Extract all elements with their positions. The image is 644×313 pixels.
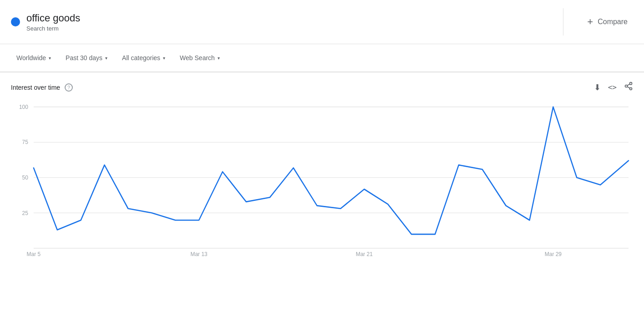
svg-line-3	[627, 87, 630, 88]
svg-text:Mar 13: Mar 13	[190, 251, 207, 257]
category-label: All categories	[122, 54, 160, 62]
svg-text:75: 75	[22, 139, 28, 145]
search-term-text: office goods Search term	[26, 12, 80, 32]
svg-text:Mar 21: Mar 21	[356, 251, 373, 257]
category-chevron-icon: ▾	[163, 56, 165, 61]
compare-label: Compare	[598, 18, 628, 26]
search-type-chevron-icon: ▾	[218, 56, 220, 61]
chart-title: Interest over time	[11, 84, 60, 91]
search-type-dropdown[interactable]: Web Search ▾	[174, 51, 225, 65]
svg-text:25: 25	[22, 210, 28, 216]
period-dropdown[interactable]: Past 30 days ▾	[60, 51, 113, 65]
chart-container: 100 75 50 25 Mar 5 Mar 13 Mar 21 Mar 29	[11, 102, 633, 257]
period-label: Past 30 days	[66, 54, 102, 62]
region-chevron-icon: ▾	[49, 56, 51, 61]
chart-header: Interest over time ? ⬇ <>	[11, 82, 633, 93]
svg-point-0	[630, 82, 632, 85]
chart-title-area: Interest over time ?	[11, 83, 73, 92]
category-dropdown[interactable]: All categories ▾	[117, 51, 171, 65]
search-term-indicator	[11, 17, 20, 26]
header: office goods Search term + Compare	[0, 0, 644, 44]
term-name: office goods	[26, 12, 80, 24]
help-symbol: ?	[67, 85, 70, 90]
term-label: Search term	[26, 25, 80, 32]
svg-line-4	[627, 84, 630, 85]
svg-text:100: 100	[19, 104, 28, 110]
compare-button[interactable]: + Compare	[582, 12, 633, 31]
svg-point-1	[625, 85, 628, 87]
embed-icon[interactable]: <>	[608, 83, 617, 92]
interest-chart: 100 75 50 25 Mar 5 Mar 13 Mar 21 Mar 29	[11, 102, 633, 257]
header-divider	[563, 8, 563, 36]
svg-text:Mar 5: Mar 5	[27, 251, 41, 257]
plus-icon: +	[587, 16, 593, 28]
chart-actions: ⬇ <>	[594, 82, 633, 93]
svg-text:Mar 29: Mar 29	[545, 251, 562, 257]
chart-section: Interest over time ? ⬇ <>	[0, 72, 644, 262]
region-label: Worldwide	[16, 54, 46, 62]
svg-text:50: 50	[22, 174, 28, 181]
period-chevron-icon: ▾	[105, 56, 107, 61]
search-term-section: office goods Search term	[11, 12, 545, 32]
download-icon[interactable]: ⬇	[594, 82, 601, 92]
filters-bar: Worldwide ▾ Past 30 days ▾ All categorie…	[0, 44, 644, 72]
search-type-label: Web Search	[180, 54, 215, 62]
share-icon[interactable]	[624, 82, 633, 93]
region-dropdown[interactable]: Worldwide ▾	[11, 51, 56, 65]
help-icon[interactable]: ?	[65, 83, 73, 92]
svg-point-2	[630, 87, 632, 90]
